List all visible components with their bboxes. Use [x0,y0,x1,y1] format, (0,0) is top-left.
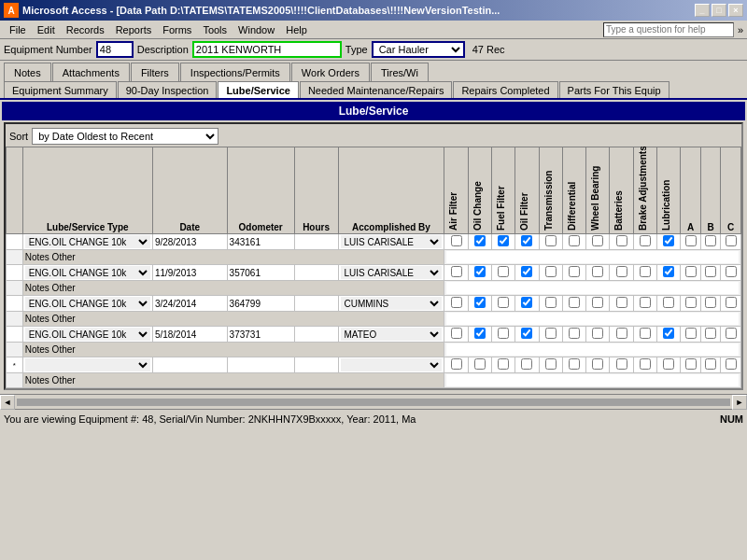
notes-input-cell[interactable] [444,281,741,296]
cb-c-cell[interactable] [721,327,741,343]
notes-input-cell[interactable] [444,312,741,327]
accomplished-select[interactable]: MATEO [341,328,443,341]
new-cb-lubrication[interactable] [663,358,674,370]
cb-a[interactable] [685,266,697,277]
hours-input[interactable] [297,268,327,278]
cb-b[interactable] [705,266,716,277]
cb-c[interactable] [726,328,737,339]
cb-oil_filter-cell[interactable] [515,234,539,250]
new-cb-oil_filter[interactable] [521,358,532,370]
ask-question-input[interactable] [603,22,734,37]
scroll-track[interactable] [17,399,730,406]
cb-batteries-cell[interactable] [610,265,633,281]
cb-a-cell[interactable] [681,296,701,312]
cb-air_filter-cell[interactable] [444,296,468,312]
type-select[interactable]: Car Hauler [372,41,465,58]
sort-select[interactable]: by Date Oldest to Recent by Date Most Re… [32,128,218,145]
cb-transmission[interactable] [545,297,557,308]
new-cb-c[interactable] [726,358,737,370]
cb-lubrication-cell[interactable] [657,265,681,281]
restore-button[interactable]: □ [712,4,726,17]
cb-air_filter-cell[interactable] [444,234,468,250]
date-input[interactable] [155,237,209,247]
hours-cell[interactable] [294,327,338,343]
date-input[interactable] [155,329,209,340]
cb-wheel_bearing[interactable] [592,297,603,308]
cb-air_filter[interactable] [451,266,462,277]
accomplished-cell[interactable]: MATEO [338,327,444,343]
new-notes-input[interactable] [446,374,739,386]
cb-b-cell[interactable] [700,296,721,312]
odometer-cell[interactable] [227,265,294,281]
menu-forms[interactable]: Forms [157,22,197,37]
cb-transmission[interactable] [545,235,557,246]
cb-oil_filter-cell[interactable] [515,327,539,343]
cb-batteries-cell[interactable] [610,234,633,250]
lube-type-select[interactable]: ENG.OIL CHANGE 10k [25,266,150,279]
cb-b[interactable] [705,297,716,308]
cb-air_filter-cell[interactable] [444,265,468,281]
notes-input-cell[interactable] [444,250,741,265]
new-cb-oil_change[interactable] [474,358,486,370]
cb-oil_change-cell[interactable] [468,327,491,343]
cb-differential-cell[interactable] [562,296,585,312]
cb-c[interactable] [726,297,737,308]
new-odometer-cell[interactable] [227,357,294,373]
new-cb-b[interactable] [705,358,716,370]
cb-oil_filter-cell[interactable] [515,265,539,281]
cb-wheel_bearing[interactable] [592,328,603,339]
cb-fuel_filter-cell[interactable] [491,296,514,312]
minimize-button[interactable]: _ [695,4,710,17]
tab-90day[interactable]: 90-Day Inspection [118,81,218,98]
new-cb-wheel_bearing-cell[interactable] [586,357,610,373]
cb-batteries[interactable] [616,328,627,339]
hours-cell[interactable] [294,234,338,250]
cb-oil_filter-cell[interactable] [515,296,539,312]
cb-oil_filter[interactable] [521,235,532,246]
cb-air_filter[interactable] [451,328,462,339]
cb-oil_change-cell[interactable] [468,296,491,312]
date-input[interactable] [155,268,209,278]
tab-needed-maintenance[interactable]: Needed Maintenance/Repairs [300,81,453,98]
new-cb-transmission-cell[interactable] [539,357,562,373]
cb-b[interactable] [705,328,716,339]
cb-differential[interactable] [569,266,580,277]
cb-a-cell[interactable] [681,327,701,343]
new-cb-differential-cell[interactable] [562,357,585,373]
cb-lubrication-cell[interactable] [657,327,681,343]
hours-input[interactable] [297,299,327,309]
cb-batteries-cell[interactable] [610,296,633,312]
cb-transmission[interactable] [545,266,557,277]
cb-air_filter[interactable] [451,297,462,308]
cb-c[interactable] [726,235,737,246]
new-lube-type-cell[interactable] [22,357,152,373]
date-cell[interactable] [152,234,227,250]
tab-workorders[interactable]: Work Orders [291,63,370,81]
cb-wheel_bearing-cell[interactable] [586,327,610,343]
tab-inspections[interactable]: Inspections/Permits [180,63,290,81]
new-cb-brake_adj-cell[interactable] [633,357,656,373]
cb-b-cell[interactable] [700,234,721,250]
cb-differential[interactable] [569,328,580,339]
cb-wheel_bearing[interactable] [592,235,603,246]
lube-type-cell[interactable]: ENG.OIL CHANGE 10k [22,327,152,343]
new-cb-transmission[interactable] [545,358,557,370]
odometer-input[interactable] [230,237,278,247]
hours-input[interactable] [297,329,327,340]
cb-brake_adj[interactable] [640,328,651,339]
cb-a-cell[interactable] [681,265,701,281]
cb-a-cell[interactable] [681,234,701,250]
tab-parts[interactable]: Parts For This Equip [559,81,669,98]
notes-input[interactable] [446,282,739,294]
cb-batteries[interactable] [616,297,627,308]
accomplished-select[interactable]: CUMMINS [341,297,443,310]
new-cb-differential[interactable] [569,358,580,370]
new-cb-a[interactable] [685,358,697,370]
cb-differential-cell[interactable] [562,265,585,281]
cb-fuel_filter-cell[interactable] [491,234,514,250]
cb-oil_change[interactable] [474,328,486,339]
new-hours-cell[interactable] [294,357,338,373]
new-notes-input-cell[interactable] [444,373,741,388]
date-cell[interactable] [152,265,227,281]
cb-fuel_filter[interactable] [498,266,509,277]
